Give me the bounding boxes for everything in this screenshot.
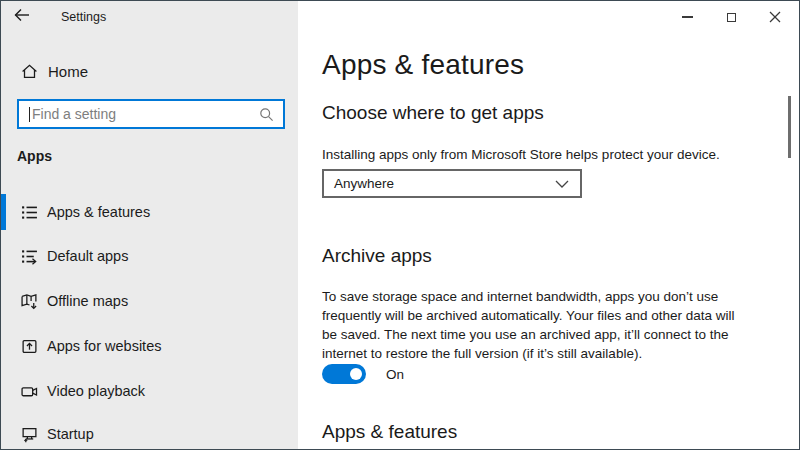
sidebar-section-header: Apps [17,148,52,164]
minimize-icon [682,16,693,17]
search-box [17,99,285,129]
archive-apps-toggle-row: On [322,364,404,384]
chevron-down-icon [555,180,569,188]
dropdown-selected-value: Anywhere [324,176,555,191]
archive-apps-toggle[interactable] [322,364,366,384]
sidebar-item-label: Home [48,63,88,80]
apps-for-websites-icon [21,338,38,355]
sidebar-item-video-playback[interactable]: Video playback [1,373,298,409]
sidebar-item-apps-for-websites[interactable]: Apps for websites [1,328,298,364]
back-arrow-icon [13,7,37,23]
sidebar-item-label: Startup [47,426,94,442]
offline-maps-icon [21,293,38,310]
sidebar-item-label: Default apps [47,248,128,264]
maximize-button[interactable] [709,2,753,32]
main-content: Apps & features Choose where to get apps… [298,1,799,449]
sidebar-item-startup[interactable]: Startup [1,417,298,450]
page-title: Apps & features [322,49,524,81]
sidebar-item-home[interactable]: Home [1,55,298,87]
section-heading-apps-features: Apps & features [322,421,457,443]
app-source-dropdown[interactable]: Anywhere [322,169,582,198]
minimize-button[interactable] [665,2,709,32]
home-icon [21,63,38,80]
section-heading-archive-apps: Archive apps [322,245,432,267]
selected-indicator [1,194,6,230]
sidebar-item-label: Apps for websites [47,338,161,354]
get-apps-description: Installing apps only from Microsoft Stor… [322,145,720,164]
video-playback-icon [21,383,38,400]
sidebar: Settings Home Apps Apps & features [1,1,298,449]
archive-apps-description: To save storage space and internet bandw… [322,287,734,363]
text-caret [29,107,30,122]
bulleted-list-icon [21,204,38,221]
toggle-knob [350,368,362,380]
startup-icon [21,426,38,443]
sidebar-item-default-apps[interactable]: Default apps [1,238,298,274]
search-input[interactable] [19,105,259,123]
toggle-state-label: On [386,367,404,382]
close-button[interactable] [753,2,797,32]
close-icon [769,11,781,23]
sidebar-item-apps-features[interactable]: Apps & features [1,194,298,230]
maximize-icon [727,13,736,22]
back-button[interactable] [13,7,37,27]
sidebar-item-label: Apps & features [47,204,150,220]
default-apps-icon [21,248,38,265]
sidebar-item-offline-maps[interactable]: Offline maps [1,283,298,319]
sidebar-item-label: Video playback [47,383,145,399]
scrollbar-thumb[interactable] [788,96,791,158]
search-icon[interactable] [259,107,274,122]
window-title: Settings [61,10,106,24]
window-controls [665,2,797,32]
settings-window: Settings Home Apps Apps & features [0,0,800,450]
section-heading-get-apps: Choose where to get apps [322,102,544,124]
sidebar-item-label: Offline maps [47,293,128,309]
